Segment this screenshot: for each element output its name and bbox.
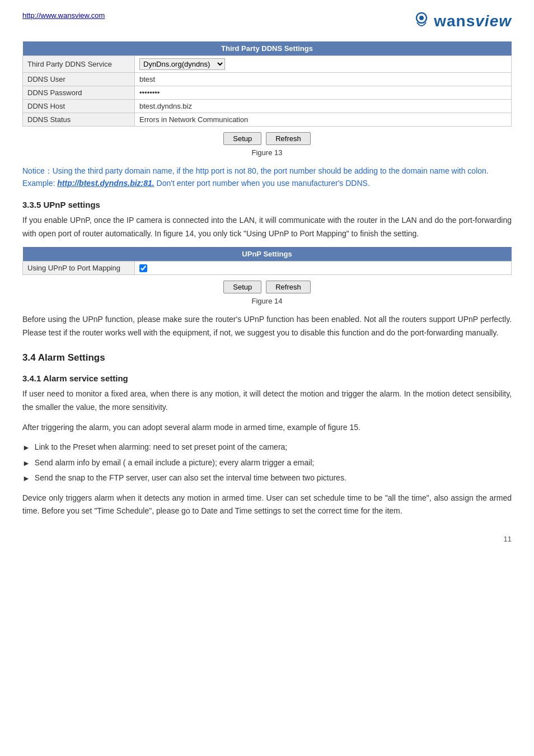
ddns-host-label: DDNS Host [23, 100, 135, 113]
alarm-bullet-list: ► Link to the Preset when alarming: need… [22, 441, 512, 484]
list-item-text: Send alarm info by email ( a email inclu… [35, 456, 315, 469]
bullet-arrow-icon: ► [22, 457, 30, 469]
table-row: DDNS Host btest.dyndns.biz [23, 100, 512, 113]
upnp-settings-table: UPnP Settings Using UPnP to Port Mapping [22, 247, 512, 275]
upnp-mapping-label: Using UPnP to Port Mapping [23, 262, 135, 275]
ddns-setup-button[interactable]: Setup [223, 132, 261, 145]
notice-link[interactable]: http://btest.dyndns.biz:81. [57, 179, 154, 188]
ddns-user-value: btest [135, 73, 512, 86]
ddns-button-row: Setup Refresh [22, 132, 512, 145]
bullet-arrow-icon: ► [22, 441, 30, 454]
ddns-figure-caption: Figure 13 [22, 148, 512, 157]
table-row: DDNS Status Errors in Network Communicat… [23, 113, 512, 127]
notice-paragraph: Notice：Using the third party domain name… [22, 165, 512, 190]
upnp-mapping-checkbox[interactable] [139, 264, 147, 272]
ddns-service-label: Third Party DDNS Service [23, 56, 135, 73]
section-335-body1: If you enable UPnP, once the IP camera i… [22, 214, 512, 241]
list-item: ► Send the snap to the FTP server, user … [22, 472, 512, 484]
table-row: DDNS User btest [23, 73, 512, 86]
section-341-heading: 3.4.1 Alarm service setting [22, 374, 512, 383]
list-item-text: Link to the Preset when alarming: need t… [35, 441, 287, 453]
page-header: http://www.wansview.com wansview [22, 11, 512, 31]
upnp-mapping-cell[interactable] [135, 262, 512, 275]
page-number: 11 [22, 535, 512, 543]
ddns-service-value[interactable]: DynDns.org(dyndns) No-IP Manufacturer's … [135, 56, 512, 73]
table-row: Third Party DDNS Service DynDns.org(dynd… [23, 56, 512, 73]
section-341-body2: After triggering the alarm, you can adop… [22, 421, 512, 435]
ddns-settings-table: Third Party DDNS Settings Third Party DD… [22, 41, 512, 127]
list-item: ► Link to the Preset when alarming: need… [22, 441, 512, 454]
upnp-table-title: UPnP Settings [23, 247, 512, 262]
ddns-password-value: •••••••• [135, 86, 512, 100]
ddns-user-label: DDNS User [23, 73, 135, 86]
ddns-host-value: btest.dyndns.biz [135, 100, 512, 113]
upnp-refresh-button[interactable]: Refresh [266, 281, 311, 293]
list-item: ► Send alarm info by email ( a email inc… [22, 456, 512, 469]
ddns-status-value: Errors in Network Communication [135, 113, 512, 127]
ddns-table-title: Third Party DDNS Settings [23, 41, 512, 56]
bullet-arrow-icon: ► [22, 472, 30, 484]
ddns-status-label: DDNS Status [23, 113, 135, 127]
table-row: DDNS Password •••••••• [23, 86, 512, 100]
ddns-password-label: DDNS Password [23, 86, 135, 100]
list-item-text: Send the snap to the FTP server, user ca… [35, 472, 346, 484]
website-link[interactable]: http://www.wansview.com [22, 11, 105, 20]
logo: wansview [411, 11, 512, 31]
section-341-body3: Device only triggers alarm when it detec… [22, 492, 512, 519]
upnp-setup-button[interactable]: Setup [223, 281, 261, 293]
upnp-body-text: Before using the UPnP function, please m… [22, 313, 512, 340]
table-row: Using UPnP to Port Mapping [23, 262, 512, 275]
section-335-heading: 3.3.5 UPnP settings [22, 200, 512, 209]
upnp-button-row: Setup Refresh [22, 281, 512, 293]
svg-point-1 [419, 16, 424, 20]
section-34-heading: 3.4 Alarm Settings [22, 352, 512, 363]
section-341-body1: If user need to monitor a fixed area, wh… [22, 388, 512, 414]
logo-text: wansview [434, 12, 512, 30]
notice-text-2: Don't enter port number when you use man… [154, 179, 370, 188]
ddns-refresh-button[interactable]: Refresh [266, 132, 311, 145]
logo-icon [411, 11, 432, 31]
ddns-service-select[interactable]: DynDns.org(dyndns) No-IP Manufacturer's … [139, 58, 225, 70]
upnp-figure-caption: Figure 14 [22, 297, 512, 305]
